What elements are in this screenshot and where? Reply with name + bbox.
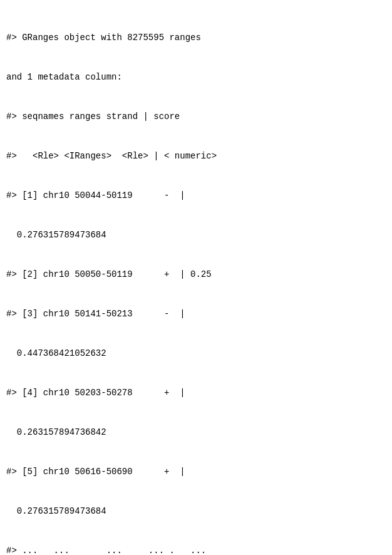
line-13: 0.276315789473684 [6, 505, 386, 518]
line-9: 0.447368421052632 [6, 347, 386, 360]
line-3: #> seqnames ranges strand | score [6, 110, 386, 123]
line-8: #> [3] chr10 50141-50213 - | [6, 308, 386, 321]
line-7: #> [2] chr10 50050-50119 + | 0.25 [6, 268, 386, 281]
line-11: 0.263157894736842 [6, 426, 386, 439]
line-2: and 1 metadata column: [6, 71, 386, 84]
line-6: 0.276315789473684 [6, 229, 386, 242]
line-5: #> [1] chr10 50044-50119 - | [6, 189, 386, 202]
code-output: #> GRanges object with 8275595 ranges an… [6, 5, 386, 555]
line-10: #> [4] chr10 50203-50278 + | [6, 386, 386, 400]
line-12: #> [5] chr10 50616-50690 + | [6, 465, 386, 479]
line-4: #> <Rle> <IRanges> <Rle> | < numeric> [6, 150, 386, 163]
line-14: #> ... ... ... ... . ... [6, 544, 386, 555]
line-1: #> GRanges object with 8275595 ranges [6, 31, 386, 44]
